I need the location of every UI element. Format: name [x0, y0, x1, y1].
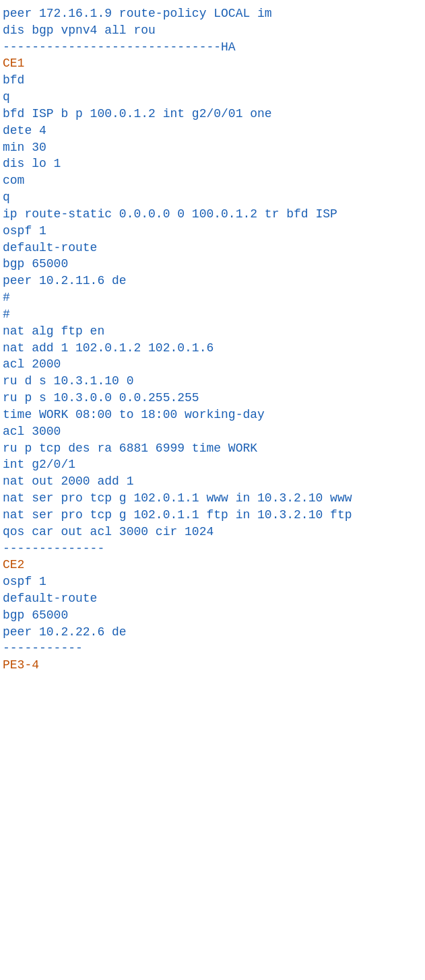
terminal-line-1: dis bgp vpnv4 all rou: [3, 22, 422, 39]
terminal-line-17: #: [3, 289, 422, 306]
terminal-line-4: bfd: [3, 72, 422, 89]
terminal-line-20: nat add 1 102.0.1.2 102.0.1.6: [3, 340, 422, 357]
terminal-line-39: PE3-4: [3, 657, 422, 674]
terminal-line-18: #: [3, 306, 422, 323]
terminal-line-0: peer 172.16.1.9 route-policy LOCAL im: [3, 5, 422, 22]
terminal-line-34: ospf 1: [3, 573, 422, 590]
terminal-line-30: nat ser pro tcp g 102.0.1.1 ftp in 10.3.…: [3, 507, 422, 524]
terminal-line-10: com: [3, 172, 422, 189]
terminal-line-31: qos car out acl 3000 cir 1024: [3, 524, 422, 540]
terminal-line-13: ospf 1: [3, 223, 422, 240]
terminal-line-26: ru p tcp des ra 6881 6999 time WORK: [3, 440, 422, 457]
terminal-line-27: int g2/0/1: [3, 456, 422, 473]
terminal-line-25: acl 3000: [3, 423, 422, 440]
terminal-line-28: nat out 2000 add 1: [3, 473, 422, 490]
terminal-line-24: time WORK 08:00 to 18:00 working-day: [3, 407, 422, 423]
terminal-line-16: peer 10.2.11.6 de: [3, 273, 422, 289]
terminal-line-9: dis lo 1: [3, 155, 422, 172]
terminal-line-15: bgp 65000: [3, 256, 422, 273]
terminal-line-37: peer 10.2.22.6 de: [3, 624, 422, 641]
terminal-line-21: acl 2000: [3, 356, 422, 373]
terminal-line-8: min 30: [3, 139, 422, 156]
terminal-line-22: ru d s 10.3.1.10 0: [3, 373, 422, 390]
terminal-line-23: ru p s 10.3.0.0 0.0.255.255: [3, 390, 422, 407]
terminal-line-19: nat alg ftp en: [3, 323, 422, 340]
terminal-line-5: q: [3, 89, 422, 106]
terminal-line-11: q: [3, 189, 422, 206]
terminal-line-36: bgp 65000: [3, 607, 422, 624]
terminal-content: peer 172.16.1.9 route-policy LOCAL im di…: [3, 5, 422, 674]
terminal-line-3: CE1: [3, 55, 422, 72]
terminal-line-38: -----------: [3, 640, 422, 657]
terminal-line-2: ------------------------------HA: [3, 39, 422, 56]
terminal-line-14: default-route: [3, 240, 422, 256]
terminal-line-35: default-route: [3, 590, 422, 607]
terminal-line-6: bfd ISP b p 100.0.1.2 int g2/0/01 one: [3, 106, 422, 123]
terminal-line-32: --------------: [3, 540, 422, 557]
terminal-line-12: ip route-static 0.0.0.0 0 100.0.1.2 tr b…: [3, 206, 422, 223]
terminal-line-29: nat ser pro tcp g 102.0.1.1 www in 10.3.…: [3, 490, 422, 507]
terminal-line-33: CE2: [3, 557, 422, 573]
terminal-line-7: dete 4: [3, 123, 422, 139]
